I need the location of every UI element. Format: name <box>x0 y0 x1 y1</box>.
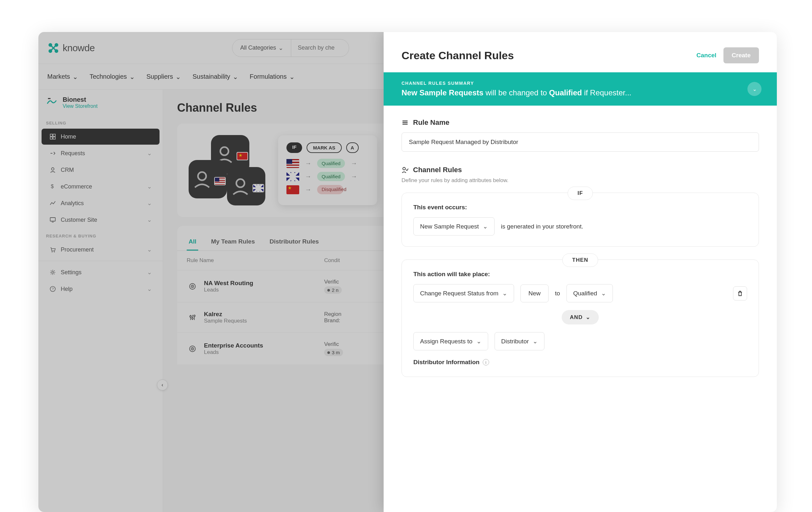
info-icon[interactable]: i <box>483 359 489 366</box>
drawer-body: Rule Name Channel Rules Define your rule… <box>384 106 777 512</box>
user-check-icon <box>402 166 409 173</box>
view-storefront-link[interactable]: View Storefront <box>63 103 97 109</box>
cancel-button[interactable]: Cancel <box>697 52 717 59</box>
summary-label: CHANNEL RULES SUMMARY <box>402 81 759 86</box>
chevron-down-icon: ⌄ <box>175 73 181 81</box>
sidebar-item-ecommerce[interactable]: $ eCommerce ⌄ <box>41 179 160 194</box>
rule-name: Enterprise Accounts <box>204 342 263 349</box>
flag-us-icon <box>286 159 299 168</box>
crm-icon <box>49 166 56 173</box>
drawer-title: Create Channel Rules <box>402 49 514 62</box>
rule-more-pill: 2 n <box>324 287 342 294</box>
delete-action-button[interactable] <box>733 287 747 300</box>
svg-point-8 <box>52 168 54 170</box>
tab-my-team-rules[interactable]: My Team Rules <box>209 234 257 250</box>
chevron-down-icon: ⌄ <box>753 86 757 92</box>
svg-point-22 <box>190 316 192 318</box>
chevron-down-icon: ⌄ <box>279 45 283 52</box>
svg-text:$: $ <box>51 184 54 189</box>
logo[interactable]: knowde <box>47 42 95 54</box>
status-qualified: Qualified <box>317 159 345 168</box>
logo-text: knowde <box>63 43 95 53</box>
sidebar-item-home[interactable]: Home <box>41 129 160 145</box>
svg-point-12 <box>54 251 55 252</box>
target-icon <box>187 281 198 292</box>
nav-sustainability[interactable]: Sustainability⌄ <box>193 73 238 81</box>
sidebar-item-help[interactable]: ? Help ⌄ <box>41 281 160 297</box>
list-icon <box>402 119 409 126</box>
col-rule-name: Rule Name <box>187 257 324 264</box>
from-status-value: New <box>528 290 541 297</box>
svg-point-23 <box>192 318 194 319</box>
assign-target-dropdown[interactable]: Distributor ⌄ <box>495 332 545 350</box>
svg-rect-6 <box>50 137 52 139</box>
if-label: This event occurs: <box>413 204 747 211</box>
sidebar-item-crm[interactable]: CRM <box>41 162 160 178</box>
rule-name-input[interactable] <box>402 133 759 152</box>
avatar-tile <box>188 160 227 198</box>
nav-formulations[interactable]: Formulations⌄ <box>250 73 295 81</box>
rule-cond: Region <box>324 311 341 318</box>
chevron-down-icon: ⌄ <box>601 290 606 297</box>
nav-markets[interactable]: Markets⌄ <box>47 73 78 81</box>
sidebar-item-customer-site[interactable]: Customer Site ⌄ <box>41 212 160 228</box>
categories-dropdown[interactable]: All Categories ⌄ <box>232 39 291 57</box>
sidebar-item-requests[interactable]: Requests ⌄ <box>41 145 160 161</box>
rule-name-heading: Rule Name <box>402 118 759 127</box>
sidebar-item-settings[interactable]: Settings ⌄ <box>41 264 160 280</box>
sidebar-item-label: Customer Site <box>61 217 97 223</box>
chevron-down-icon: ⌄ <box>532 338 538 345</box>
categories-label: All Categories <box>240 45 276 51</box>
svg-point-21 <box>192 286 193 287</box>
create-button[interactable]: Create <box>723 47 759 63</box>
search-input[interactable] <box>291 45 349 51</box>
monitor-icon <box>49 216 56 223</box>
sidebar-collapse-button[interactable]: ‹ <box>157 379 168 390</box>
chevron-down-icon: ⌄ <box>147 183 152 190</box>
channel-rules-heading: Channel Rules <box>402 166 759 174</box>
svg-rect-7 <box>53 137 55 139</box>
action-dropdown[interactable]: Change Request Status from ⌄ <box>413 284 514 302</box>
analytics-icon <box>49 200 56 207</box>
rule-cond: Verific <box>324 341 343 348</box>
home-icon <box>49 133 56 140</box>
sidebar-item-procurement[interactable]: Procurement ⌄ <box>41 242 160 258</box>
svg-point-28 <box>403 167 405 170</box>
sidebar-section-research: RESEARCH & BUYING <box>38 228 163 241</box>
sidebar-item-label: Analytics <box>61 200 84 207</box>
flag-us-icon <box>214 177 226 185</box>
chevron-down-icon: ⌄ <box>147 246 152 253</box>
flag-uk-icon <box>286 172 299 181</box>
sidebar-item-label: Home <box>61 133 76 140</box>
divider <box>38 261 163 261</box>
svg-point-27 <box>192 348 193 349</box>
rule-sub: Sample Requests <box>204 318 247 324</box>
sidebar-item-label: eCommerce <box>61 183 92 190</box>
sidebar-item-label: Help <box>61 286 72 293</box>
requests-icon <box>49 150 56 157</box>
rules-preview-card: IF MARK AS A → Qualified → → Qualified <box>278 135 377 205</box>
chevron-left-icon: ‹ <box>162 382 163 388</box>
sidebar-item-label: Settings <box>61 269 82 276</box>
summary-toggle-button[interactable]: ⌄ <box>747 82 761 96</box>
arrow-right-icon: → <box>305 173 311 180</box>
nav-technologies[interactable]: Technologies⌄ <box>89 73 135 81</box>
sidebar-item-label: CRM <box>61 167 74 173</box>
sidebar-item-analytics[interactable]: Analytics ⌄ <box>41 195 160 211</box>
rule-cond: Brand: <box>324 318 341 324</box>
svg-rect-5 <box>53 134 55 136</box>
and-connector[interactable]: AND ⌄ <box>562 310 599 324</box>
chevron-down-icon: ⌄ <box>502 290 508 297</box>
chevron-down-icon: ⌄ <box>147 200 152 207</box>
svg-point-16 <box>220 147 229 156</box>
tab-all[interactable]: All <box>187 234 198 250</box>
sidebar: Bionest View Storefront SELLING Home Req… <box>38 89 163 512</box>
event-dropdown[interactable]: New Sample Request ⌄ <box>413 217 495 236</box>
nav-suppliers[interactable]: Suppliers⌄ <box>146 73 181 81</box>
to-status-value: Qualified <box>573 290 597 297</box>
summary-text: New Sample Requests will be changed to Q… <box>402 88 759 97</box>
if-tag: IF <box>568 187 593 200</box>
tab-distributor-rules[interactable]: Distributor Rules <box>268 234 321 250</box>
assign-action-dropdown[interactable]: Assign Requests to ⌄ <box>413 332 488 350</box>
to-status-dropdown[interactable]: Qualified ⌄ <box>567 284 613 302</box>
